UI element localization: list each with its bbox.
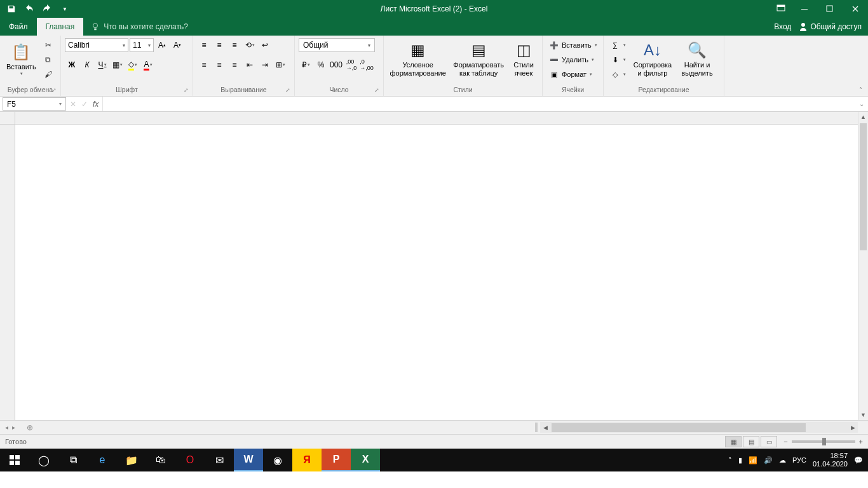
view-page-layout-icon[interactable]: ▤ [743, 436, 759, 447]
taskbar-app-word[interactable]: W [234, 449, 263, 471]
taskbar-app-store[interactable]: 🛍 [146, 449, 175, 471]
number-format-combo[interactable]: Общий▾ [299, 38, 375, 52]
redo-icon[interactable] [39, 2, 55, 16]
tray-wifi-icon[interactable]: 📶 [749, 456, 757, 464]
tray-volume-icon[interactable]: 🔊 [764, 456, 773, 464]
font-size-combo[interactable]: 11▾ [130, 38, 154, 52]
format-painter-icon[interactable]: 🖌 [41, 67, 55, 81]
tray-onedrive-icon[interactable]: ☁ [779, 456, 786, 464]
horizontal-scrollbar[interactable]: ◀ ▶ [540, 422, 858, 433]
scroll-up-icon[interactable]: ▲ [858, 112, 868, 122]
taskbar-app-edge[interactable]: e [88, 449, 117, 471]
clipboard-launcher-icon[interactable]: ⤢ [51, 87, 59, 95]
sheet-nav[interactable]: ◂▸ [0, 421, 20, 434]
tab-file[interactable]: Файл [0, 18, 37, 36]
align-bottom-icon[interactable]: ≡ [227, 38, 241, 52]
font-launcher-icon[interactable]: ⤢ [184, 87, 191, 95]
hscroll-thumb[interactable] [552, 423, 806, 432]
taskbar-app-yandex[interactable]: ◯ [29, 449, 58, 471]
clear-button[interactable]: ◇▾ [607, 67, 628, 81]
tray-language[interactable]: РУС [792, 456, 806, 464]
view-page-break-icon[interactable]: ▭ [761, 436, 777, 447]
qat-customize-icon[interactable]: ▼ [57, 2, 72, 16]
scroll-right-icon[interactable]: ▶ [848, 422, 858, 433]
share-button[interactable]: Общий доступ [799, 22, 862, 31]
cell-styles-button[interactable]: ◫Стили ячеек [509, 38, 538, 81]
format-cells-button[interactable]: ▣Формат▾ [546, 67, 600, 81]
zoom-out-button[interactable]: − [783, 438, 787, 445]
borders-icon[interactable]: ▦▾ [111, 58, 125, 72]
maximize-button[interactable] [817, 0, 843, 18]
increase-decimal-icon[interactable]: ,00→,0 [344, 58, 358, 72]
column-headers[interactable] [15, 112, 858, 125]
collapse-ribbon-icon[interactable]: ˄ [855, 85, 865, 95]
align-launcher-icon[interactable]: ⤢ [285, 87, 293, 95]
autosum-button[interactable]: ∑▾ [607, 38, 628, 52]
close-button[interactable] [843, 0, 868, 18]
undo-icon[interactable] [22, 2, 37, 16]
italic-button[interactable]: К [80, 58, 94, 72]
font-color-icon[interactable]: A▾ [141, 58, 155, 72]
cancel-formula-icon[interactable]: ✕ [70, 100, 76, 109]
ribbon-options-icon[interactable] [770, 0, 792, 18]
fill-color-icon[interactable]: ◇▾ [126, 58, 140, 72]
copy-icon[interactable]: ⧉ [41, 53, 55, 67]
align-left-icon[interactable]: ≡ [197, 58, 211, 72]
number-launcher-icon[interactable]: ⤢ [374, 87, 382, 95]
orientation-icon[interactable]: ⟲▾ [243, 38, 257, 52]
row-headers[interactable] [0, 125, 15, 420]
save-icon[interactable] [4, 2, 19, 16]
align-middle-icon[interactable]: ≡ [212, 38, 226, 52]
zoom-in-button[interactable]: + [859, 438, 863, 445]
tell-me-search[interactable]: Что вы хотите сделать? [83, 18, 196, 36]
wrap-text-icon[interactable]: ↩ [258, 38, 272, 52]
bold-button[interactable]: Ж [65, 58, 79, 72]
delete-cells-button[interactable]: ➖Удалить▾ [546, 53, 600, 67]
scroll-left-icon[interactable]: ◀ [540, 422, 550, 433]
new-sheet-button[interactable]: ⊕ [20, 421, 39, 434]
decrease-decimal-icon[interactable]: ,0→,00 [360, 58, 374, 72]
scroll-down-icon[interactable]: ▼ [858, 410, 868, 420]
taskbar-app-opera[interactable]: O [175, 449, 205, 471]
align-right-icon[interactable]: ≡ [227, 58, 241, 72]
increase-font-icon[interactable]: A▴ [155, 38, 169, 52]
taskbar-app-taskview[interactable]: ⧉ [58, 449, 88, 471]
decrease-font-icon[interactable]: A▾ [170, 38, 184, 52]
taskbar-app-chrome[interactable]: ◉ [263, 449, 292, 471]
conditional-formatting-button[interactable]: ▦Условное форматирование [388, 38, 448, 81]
login-link[interactable]: Вход [774, 22, 791, 31]
align-center-icon[interactable]: ≡ [212, 58, 226, 72]
taskbar-app-yabrowser[interactable]: Я [292, 449, 322, 471]
tray-chevron-icon[interactable]: ˄ [728, 456, 732, 464]
tab-scroll-split[interactable] [535, 423, 538, 432]
font-name-combo[interactable]: Calibri▾ [65, 38, 128, 52]
vertical-scrollbar[interactable]: ▲ ▼ [858, 112, 868, 420]
cut-icon[interactable]: ✂ [41, 38, 55, 52]
decrease-indent-icon[interactable]: ⇤ [243, 58, 257, 72]
taskbar-app-explorer[interactable]: 📁 [117, 449, 146, 471]
insert-cells-button[interactable]: ➕Вставить▾ [546, 38, 600, 52]
merge-cells-icon[interactable]: ⊞▾ [273, 58, 287, 72]
tab-Главная[interactable]: Главная [37, 18, 84, 36]
underline-button[interactable]: Ч▾ [95, 58, 109, 72]
tray-clock[interactable]: 18:57 01.04.2020 [813, 452, 848, 468]
format-as-table-button[interactable]: ▤Форматировать как таблицу [451, 38, 506, 81]
comma-icon[interactable]: 000 [329, 58, 343, 72]
tray-battery-icon[interactable]: ▮ [738, 456, 742, 464]
select-all-button[interactable] [0, 112, 15, 125]
fill-button[interactable]: ⬇▾ [607, 53, 628, 67]
sort-filter-button[interactable]: A↓Сортировка и фильтр [631, 38, 674, 81]
formula-input[interactable] [102, 97, 855, 111]
cells-area[interactable] [15, 125, 858, 420]
find-select-button[interactable]: 🔍Найти и выделить [677, 38, 717, 81]
increase-indent-icon[interactable]: ⇥ [258, 58, 272, 72]
align-top-icon[interactable]: ≡ [197, 38, 211, 52]
system-tray[interactable]: ˄ ▮ 📶 🔊 ☁ РУС 18:57 01.04.2020 💬 [728, 452, 868, 468]
insert-function-button[interactable]: fx [93, 100, 98, 109]
taskbar-app-excel[interactable]: X [351, 449, 380, 471]
name-box[interactable]: F5▾ [3, 97, 66, 111]
paste-button[interactable]: 📋 Вставить ▾ [4, 38, 39, 81]
scroll-thumb[interactable] [860, 123, 867, 250]
percent-icon[interactable]: % [314, 58, 328, 72]
minimize-button[interactable] [792, 0, 817, 18]
